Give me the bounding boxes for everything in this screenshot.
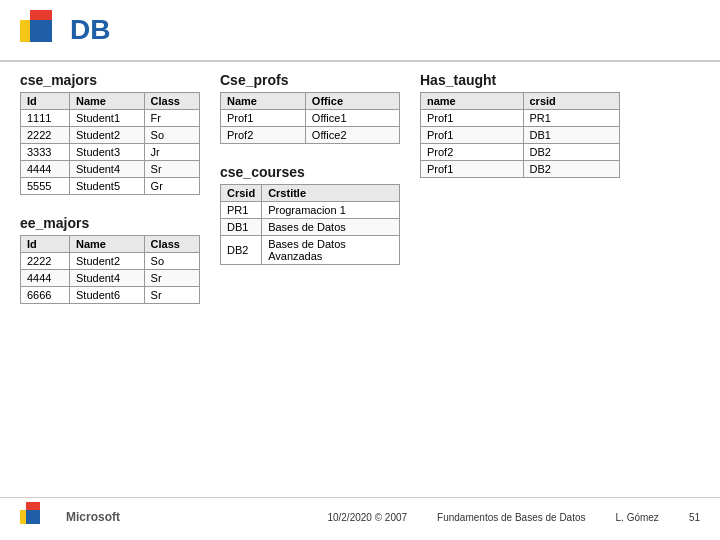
table-cell: Bases de Datos Avanzadas: [262, 236, 400, 265]
table-cell: Fr: [144, 110, 199, 127]
table-cell: Prof2: [221, 127, 306, 144]
table-cell: So: [144, 253, 199, 270]
table-cell: Student6: [70, 287, 145, 304]
table-cell: Student4: [70, 161, 145, 178]
footer-page: 51: [689, 512, 700, 523]
col-class: Class: [144, 93, 199, 110]
table-cell: Student5: [70, 178, 145, 195]
footer-date: 10/2/2020 © 2007: [327, 512, 407, 523]
table-cell: Office2: [305, 127, 399, 144]
cse-courses-title: cse_courses: [220, 164, 400, 180]
table-cell: Bases de Datos: [262, 219, 400, 236]
table-cell: PR1: [221, 202, 262, 219]
table-cell: Prof1: [421, 127, 524, 144]
footer: Microsoft 10/2/2020 © 2007 Fundamentos d…: [0, 497, 720, 532]
ee-majors-table: Id Name Class 2222Student2So4444Student4…: [20, 235, 200, 304]
table-cell: 4444: [21, 270, 70, 287]
table-row: Prof1PR1: [421, 110, 620, 127]
cse-majors-title: cse_majors: [20, 72, 200, 88]
footer-brand: Microsoft: [66, 510, 120, 524]
cse-majors-section: cse_majors Id Name Class 1111Student1Fr2…: [20, 72, 200, 195]
table-cell: 6666: [21, 287, 70, 304]
footer-course: Fundamentos de Bases de Datos: [437, 512, 585, 523]
table-cell: Prof1: [421, 110, 524, 127]
table-cell: Student3: [70, 144, 145, 161]
footer-logo: [20, 502, 56, 532]
table-cell: DB2: [221, 236, 262, 265]
has-taught-section: Has_taught name crsid Prof1PR1Prof1DB1Pr…: [420, 72, 620, 178]
table-row: Prof2DB2: [421, 144, 620, 161]
table-cell: Student4: [70, 270, 145, 287]
mid-column: Cse_profs Name Office Prof1Office1Prof2O…: [220, 72, 400, 304]
table-cell: Office1: [305, 110, 399, 127]
footer-author: L. Gómez: [616, 512, 659, 523]
table-cell: PR1: [523, 110, 620, 127]
cse-profs-table: Name Office Prof1Office1Prof2Office2: [220, 92, 400, 144]
cse-profs-section: Cse_profs Name Office Prof1Office1Prof2O…: [220, 72, 400, 144]
table-row: Prof1Office1: [221, 110, 400, 127]
table-cell: Prof1: [421, 161, 524, 178]
cse-courses-table: Crsid Crstitle PR1Programacion 1DB1Bases…: [220, 184, 400, 265]
table-row: Prof1DB1: [421, 127, 620, 144]
has-taught-title: Has_taught: [420, 72, 620, 88]
table-cell: Prof1: [221, 110, 306, 127]
table-cell: Student2: [70, 253, 145, 270]
table-cell: Sr: [144, 161, 199, 178]
table-row: DB1Bases de Datos: [221, 219, 400, 236]
col-crsid: crsid: [523, 93, 620, 110]
table-row: PR1Programacion 1: [221, 202, 400, 219]
table-cell: 2222: [21, 127, 70, 144]
table-cell: 4444: [21, 161, 70, 178]
table-cell: Jr: [144, 144, 199, 161]
table-cell: 2222: [21, 253, 70, 270]
footer-info: 10/2/2020 © 2007 Fundamentos de Bases de…: [327, 512, 700, 523]
table-cell: So: [144, 127, 199, 144]
table-cell: 5555: [21, 178, 70, 195]
table-cell: DB2: [523, 144, 620, 161]
table-row: 2222Student2So: [21, 127, 200, 144]
main-content: cse_majors Id Name Class 1111Student1Fr2…: [0, 72, 720, 304]
table-cell: 1111: [21, 110, 70, 127]
col-name: name: [421, 93, 524, 110]
ee-majors-section: ee_majors Id Name Class 2222Student2So44…: [20, 215, 200, 304]
cse-profs-title: Cse_profs: [220, 72, 400, 88]
table-row: 4444Student4Sr: [21, 270, 200, 287]
left-column: cse_majors Id Name Class 1111Student1Fr2…: [20, 72, 200, 304]
col-name: Name: [70, 93, 145, 110]
table-row: 4444Student4Sr: [21, 161, 200, 178]
col-id: Id: [21, 236, 70, 253]
table-cell: Sr: [144, 270, 199, 287]
has-taught-table: name crsid Prof1PR1Prof1DB1Prof2DB2Prof1…: [420, 92, 620, 178]
table-cell: Student2: [70, 127, 145, 144]
table-row: 6666Student6Sr: [21, 287, 200, 304]
table-cell: Programacion 1: [262, 202, 400, 219]
table-cell: DB1: [221, 219, 262, 236]
cse-courses-section: cse_courses Crsid Crstitle PR1Programaci…: [220, 164, 400, 265]
table-row: 3333Student3Jr: [21, 144, 200, 161]
col-name: Name: [221, 93, 306, 110]
table-cell: Student1: [70, 110, 145, 127]
table-row: 2222Student2So: [21, 253, 200, 270]
table-cell: 3333: [21, 144, 70, 161]
col-office: Office: [305, 93, 399, 110]
col-crsid: Crsid: [221, 185, 262, 202]
col-name: Name: [70, 236, 145, 253]
table-row: Prof1DB2: [421, 161, 620, 178]
col-crstitle: Crstitle: [262, 185, 400, 202]
right-column: Has_taught name crsid Prof1PR1Prof1DB1Pr…: [420, 72, 620, 304]
page-title: DB: [70, 14, 110, 46]
table-cell: Prof2: [421, 144, 524, 161]
table-row: 5555Student5Gr: [21, 178, 200, 195]
col-class: Class: [144, 236, 199, 253]
table-row: DB2Bases de Datos Avanzadas: [221, 236, 400, 265]
col-id: Id: [21, 93, 70, 110]
header: DB: [0, 0, 720, 62]
table-cell: Sr: [144, 287, 199, 304]
table-row: Prof2Office2: [221, 127, 400, 144]
cse-majors-table: Id Name Class 1111Student1Fr2222Student2…: [20, 92, 200, 195]
table-cell: Gr: [144, 178, 199, 195]
table-row: 1111Student1Fr: [21, 110, 200, 127]
logo: [20, 10, 60, 50]
ee-majors-title: ee_majors: [20, 215, 200, 231]
table-cell: DB1: [523, 127, 620, 144]
